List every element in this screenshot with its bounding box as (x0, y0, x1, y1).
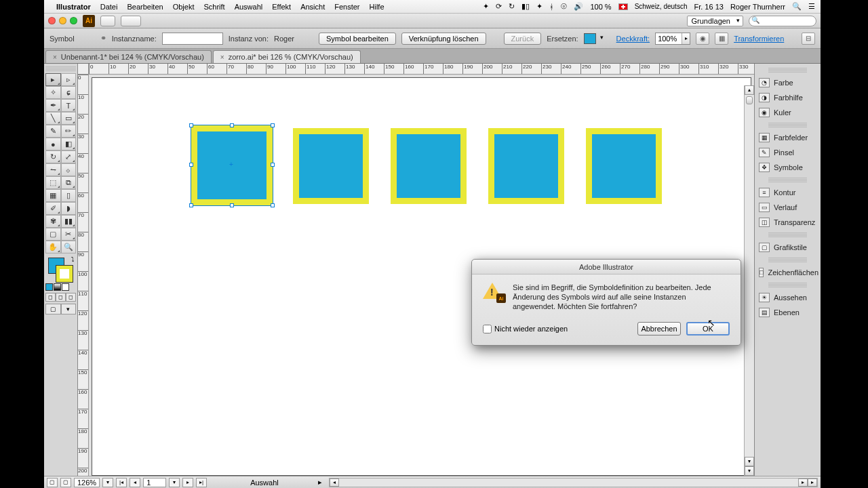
scale-tool[interactable]: ⤢ (61, 150, 77, 163)
notification-center-icon[interactable]: ☰ (808, 2, 815, 11)
clock[interactable]: Fr. 16 13 (694, 3, 723, 11)
magic-wand-tool[interactable]: ✧ (45, 86, 61, 99)
selection-tool[interactable]: ▸ (45, 73, 61, 86)
lasso-tool[interactable]: ɕ (61, 86, 77, 99)
free-transform-tool[interactable]: ⟐ (61, 163, 77, 176)
recolor-artwork-button[interactable]: ◉ (696, 33, 709, 45)
selection-handle[interactable] (230, 203, 234, 207)
selection-handle[interactable] (189, 163, 193, 167)
artboard-nav-first[interactable]: ▢ (47, 478, 58, 487)
draw-behind[interactable]: ◻ (56, 293, 66, 302)
panel-grip[interactable] (768, 258, 807, 262)
panel-button[interactable]: ▦Farbfelder (755, 130, 821, 145)
panel-grip[interactable] (768, 232, 807, 237)
line-tool[interactable]: ╲ (45, 112, 61, 125)
selection-handle[interactable] (189, 203, 193, 207)
zoom-level-field[interactable]: 126% (74, 478, 100, 487)
vertical-ruler[interactable]: 0102030405060708090100110120130140150160… (78, 75, 89, 476)
symbol-instance[interactable]: + (191, 125, 273, 205)
panel-button[interactable]: ◔Farbe (755, 75, 821, 90)
scroll-down-button[interactable]: ▾ (745, 457, 754, 466)
blend-tool[interactable]: ◗ (61, 202, 77, 215)
selection-handle[interactable] (230, 123, 234, 127)
dont-show-again-checkbox[interactable]: Nicht wieder anzeigen (483, 325, 568, 333)
scroll-thumb[interactable] (746, 96, 753, 104)
help-search-input[interactable] (749, 16, 816, 26)
menu-effect[interactable]: Effekt (272, 3, 291, 11)
stroke-swatch[interactable] (56, 266, 73, 282)
scroll-right-button[interactable]: ▸ (798, 479, 808, 487)
symbol-instance[interactable] (293, 128, 369, 204)
panel-button[interactable]: ◑Farbhilfe (755, 90, 821, 105)
draw-inside[interactable]: ◻ (66, 293, 76, 302)
break-link-button[interactable]: Verknüpfung löschen (401, 33, 486, 45)
width-tool[interactable]: ⥊ (45, 163, 61, 176)
display-zoom[interactable]: 100 % (590, 3, 611, 11)
bridge-button[interactable] (100, 16, 115, 26)
panel-button[interactable]: □Zeichenflächen (755, 265, 821, 280)
artboard-menu[interactable]: ▾ (169, 478, 180, 487)
panel-button[interactable]: ▭Verlauf (755, 200, 821, 215)
type-tool[interactable]: T (61, 99, 77, 112)
selection-handle[interactable] (271, 203, 275, 207)
panel-grip[interactable] (45, 66, 76, 71)
artboard-prev[interactable]: ◂ (130, 478, 140, 487)
back-button[interactable]: Zurück (504, 33, 542, 45)
artboard-first[interactable]: |◂ (116, 478, 127, 487)
panel-button[interactable]: ▤Ebenen (755, 305, 821, 320)
scroll-down-button[interactable]: ▾ (745, 466, 754, 476)
panel-button[interactable]: ◫Transparenz (755, 215, 821, 230)
menuextra-icon[interactable]: ✦ (536, 2, 542, 11)
edit-symbol-button[interactable]: Symbol bearbeiten (319, 33, 396, 45)
color-mode-none[interactable] (62, 283, 69, 291)
menu-help[interactable]: Hilfe (370, 3, 384, 11)
draw-normal[interactable]: ◻ (45, 293, 56, 302)
close-tab-icon[interactable]: × (53, 54, 57, 61)
app-name[interactable]: Illustrator (56, 3, 91, 11)
zoom-window-button[interactable] (70, 17, 77, 24)
panel-button[interactable]: ☀Aussehen (755, 290, 821, 305)
menuextra-icon[interactable]: ✦ (483, 2, 489, 11)
color-mode-solid[interactable] (45, 283, 53, 291)
horizontal-ruler[interactable]: 0102030405060708090100110120130140150160… (89, 64, 754, 75)
symbol-instance[interactable] (586, 128, 662, 204)
workspace-switcher[interactable]: Grundlagen (687, 16, 744, 26)
volume-icon[interactable]: 🔊 (574, 2, 583, 11)
swap-fill-stroke-icon[interactable]: ⤵ (71, 256, 75, 263)
document-tab[interactable]: ×Unbenannt-1* bei 124 % (CMYK/Vorschau) (45, 50, 212, 63)
scroll-up-button[interactable]: ▴ (745, 85, 754, 95)
panel-button[interactable]: ✎Pinsel (755, 145, 821, 160)
status-menu-icon[interactable]: ▸ (318, 478, 322, 487)
symbol-sprayer-tool[interactable]: ✾ (45, 215, 61, 228)
selection-handle[interactable] (271, 163, 275, 167)
instance-name-input[interactable] (162, 33, 223, 45)
column-graph-tool[interactable]: ▮▮ (61, 215, 77, 228)
panel-button[interactable]: ◉Kuler (755, 105, 821, 120)
perspective-grid-tool[interactable]: ⧉ (61, 176, 77, 189)
zoom-menu[interactable]: ▾ (102, 478, 113, 487)
close-window-button[interactable] (48, 17, 56, 24)
opacity-link[interactable]: Deckkraft: (616, 35, 650, 43)
scroll-right-button[interactable]: ▸ (808, 479, 817, 487)
close-tab-icon[interactable]: × (220, 54, 224, 61)
menu-select[interactable]: Auswahl (235, 3, 263, 11)
spotlight-icon[interactable]: 🔍 (792, 2, 802, 11)
zoom-tool[interactable]: 🔍 (61, 241, 77, 253)
minimize-window-button[interactable] (59, 17, 66, 24)
artboard-nav-prev[interactable]: ▢ (60, 478, 71, 487)
wifi-icon[interactable]: ⦾ (561, 2, 567, 11)
menu-edit[interactable]: Bearbeiten (127, 3, 163, 11)
mesh-tool[interactable]: ▦ (45, 189, 61, 202)
eraser-tool[interactable]: ◧ (61, 138, 77, 150)
symbol-instance[interactable] (391, 128, 467, 204)
menu-file[interactable]: Datei (100, 3, 118, 11)
menu-view[interactable]: Ansicht (300, 3, 325, 11)
artboard-last[interactable]: ▸| (196, 478, 207, 487)
panel-grip[interactable] (768, 283, 807, 287)
panel-grip[interactable] (768, 123, 807, 127)
gradient-tool[interactable]: ▯ (61, 189, 77, 202)
horizontal-scrollbar[interactable]: ◂ ▸ ▸ (329, 478, 818, 487)
menuextra-icon[interactable]: ↻ (509, 2, 515, 11)
user-name[interactable]: Roger Thurnherr (730, 3, 785, 11)
menu-object[interactable]: Objekt (173, 3, 195, 11)
